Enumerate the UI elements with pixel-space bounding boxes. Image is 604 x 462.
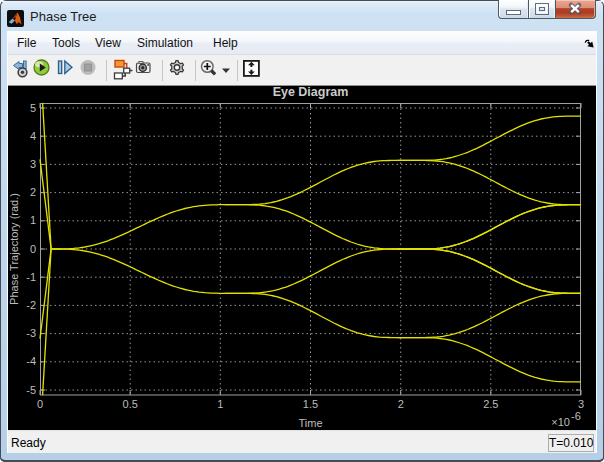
svg-text:Eye Diagram: Eye Diagram [273,86,349,99]
svg-text:3: 3 [30,158,36,170]
svg-text:×10: ×10 [551,416,570,428]
svg-text:2: 2 [398,398,404,410]
svg-text:0.5: 0.5 [123,398,138,410]
svg-text:-2: -2 [26,299,36,311]
svg-text:2.5: 2.5 [483,398,498,410]
svg-text:1: 1 [30,214,36,226]
svg-text:-4: -4 [26,355,36,367]
svg-text:-6: -6 [571,410,581,422]
svg-text:Phase Trajectory (rad.): Phase Trajectory (rad.) [8,193,20,305]
svg-text:1.5: 1.5 [303,398,318,410]
svg-text:-5: -5 [26,384,36,396]
svg-text:2: 2 [30,186,36,198]
svg-text:Time: Time [298,417,322,429]
svg-text:0: 0 [37,398,43,410]
svg-text:-1: -1 [26,271,36,283]
svg-text:-3: -3 [26,327,36,339]
svg-text:1: 1 [217,398,223,410]
svg-text:3: 3 [578,398,584,410]
svg-text:4: 4 [30,130,36,142]
svg-text:0: 0 [30,243,36,255]
svg-text:5: 5 [30,102,36,114]
